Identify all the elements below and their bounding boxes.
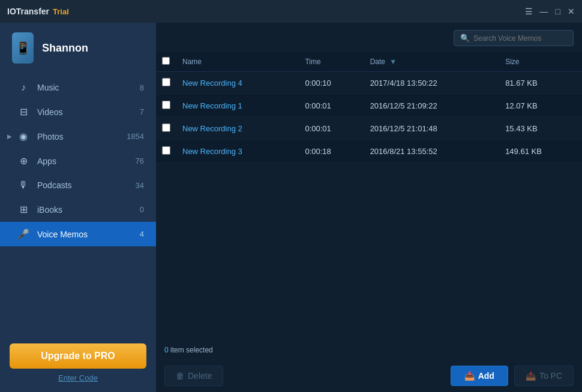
- enter-code-link[interactable]: Enter Code: [10, 373, 146, 382]
- sidebar-item-music[interactable]: ♪ Music 8: [0, 76, 156, 99]
- apps-icon: ⊕: [17, 155, 30, 167]
- podcasts-count: 34: [136, 181, 144, 190]
- row-checkbox[interactable]: [162, 101, 170, 109]
- search-box[interactable]: 🔍: [454, 30, 574, 46]
- row-size: 81.67 KB: [499, 72, 582, 95]
- minimize-button[interactable]: —: [540, 7, 548, 16]
- device-name: Shannon: [42, 42, 88, 55]
- to-pc-icon: 📤: [526, 371, 536, 381]
- videos-count: 7: [140, 107, 144, 116]
- trial-badge: Trial: [53, 7, 69, 16]
- select-all-header: [156, 52, 176, 72]
- row-name: New Recording 3: [176, 140, 299, 163]
- col-time: Time: [299, 52, 364, 72]
- title-bar: IOTransfer Trial ☰ — □ ✕: [0, 0, 582, 23]
- row-checkbox[interactable]: [162, 123, 170, 132]
- row-name: New Recording 1: [176, 95, 299, 117]
- search-input[interactable]: [473, 34, 567, 43]
- window-controls: ☰ — □ ✕: [525, 7, 575, 16]
- voice-memos-table-container[interactable]: Name Time Date ▼ Size New Recording 4 0:…: [156, 52, 582, 341]
- apps-count: 76: [136, 156, 144, 165]
- to-pc-button[interactable]: 📤 To PC: [514, 366, 574, 386]
- ibooks-count: 0: [140, 205, 144, 214]
- add-button[interactable]: 📥 Add: [451, 366, 508, 386]
- col-size: Size: [499, 52, 582, 72]
- row-checkbox-cell: [156, 140, 176, 163]
- footer-right: 📥 Add 📤 To PC: [451, 366, 574, 386]
- sidebar-item-label: Voice Memos: [37, 230, 140, 239]
- sidebar-bottom: Upgrade to PRO Enter Code: [0, 331, 156, 392]
- row-checkbox-cell: [156, 95, 176, 117]
- to-pc-label: To PC: [539, 371, 562, 381]
- row-time: 0:00:10: [299, 72, 364, 95]
- ibooks-icon: ⊞: [17, 204, 30, 215]
- voicememos-icon: 🎤: [17, 228, 30, 240]
- row-checkbox[interactable]: [162, 78, 170, 86]
- sidebar: 📱 Shannon ♪ Music 8 ⊟ Videos 7 ◉ Photos …: [0, 23, 156, 392]
- sidebar-item-videos[interactable]: ⊟ Videos 7: [0, 99, 156, 124]
- voice-memos-table: Name Time Date ▼ Size New Recording 4 0:…: [156, 52, 582, 163]
- podcasts-icon: 🎙: [17, 180, 30, 191]
- sidebar-item-label: Videos: [37, 107, 140, 117]
- status-bar: 0 item selected: [156, 341, 582, 359]
- sidebar-item-label: Apps: [37, 156, 136, 166]
- device-icon: 📱: [12, 32, 34, 64]
- table-row[interactable]: New Recording 2 0:00:01 2016/12/5 21:01:…: [156, 117, 582, 140]
- sidebar-item-apps[interactable]: ⊕ Apps 76: [0, 149, 156, 173]
- row-size: 149.61 KB: [499, 140, 582, 163]
- footer-left: 🗑 Delete: [164, 366, 223, 386]
- row-name: New Recording 2: [176, 117, 299, 140]
- sidebar-item-label: Podcasts: [37, 180, 136, 190]
- table-row[interactable]: New Recording 3 0:00:18 2016/8/21 13:55:…: [156, 140, 582, 163]
- row-checkbox-cell: [156, 72, 176, 95]
- maximize-button[interactable]: □: [556, 7, 560, 16]
- content-header: 🔍: [156, 23, 582, 52]
- selected-text: item selected: [170, 346, 213, 354]
- add-icon: 📥: [464, 371, 475, 381]
- upgrade-button[interactable]: Upgrade to PRO: [10, 343, 146, 369]
- row-time: 0:00:18: [299, 140, 364, 163]
- row-checkbox[interactable]: [162, 146, 170, 155]
- table-row[interactable]: New Recording 4 0:00:10 2017/4/18 13:50:…: [156, 72, 582, 95]
- row-size: 15.43 KB: [499, 117, 582, 140]
- music-count: 8: [140, 83, 144, 92]
- sidebar-item-ibooks[interactable]: ⊞ iBooks 0: [0, 197, 156, 222]
- photos-icon: ◉: [17, 131, 30, 142]
- row-date: 2016/8/21 13:55:52: [364, 140, 500, 163]
- row-date: 2016/12/5 21:01:48: [364, 117, 500, 140]
- voicememos-count: 4: [140, 230, 144, 239]
- row-size: 12.07 KB: [499, 95, 582, 117]
- sidebar-item-label: Photos: [37, 132, 127, 141]
- nav-list: ♪ Music 8 ⊟ Videos 7 ◉ Photos 1854 ⊕ App…: [0, 76, 156, 331]
- sidebar-item-voicememos[interactable]: 🎤 Voice Memos 4: [0, 222, 156, 246]
- search-icon: 🔍: [460, 34, 470, 43]
- close-button[interactable]: ✕: [568, 7, 575, 16]
- row-date: 2017/4/18 13:50:22: [364, 72, 500, 95]
- delete-icon: 🗑: [176, 371, 184, 381]
- videos-icon: ⊟: [17, 106, 30, 117]
- sidebar-item-label: Music: [37, 83, 140, 92]
- sidebar-item-photos[interactable]: ◉ Photos 1854: [0, 124, 156, 149]
- device-header: 📱 Shannon: [0, 23, 156, 76]
- row-checkbox-cell: [156, 117, 176, 140]
- row-name: New Recording 4: [176, 72, 299, 95]
- sidebar-item-podcasts[interactable]: 🎙 Podcasts 34: [0, 173, 156, 197]
- table-row[interactable]: New Recording 1 0:00:01 2016/12/5 21:09:…: [156, 95, 582, 117]
- delete-button[interactable]: 🗑 Delete: [164, 366, 223, 386]
- sidebar-item-label: iBooks: [37, 205, 140, 215]
- music-icon: ♪: [17, 82, 30, 93]
- app-name: IOTransfer: [7, 7, 49, 16]
- delete-label: Delete: [188, 371, 212, 381]
- select-all-checkbox[interactable]: [162, 57, 170, 65]
- add-label: Add: [478, 371, 494, 381]
- row-time: 0:00:01: [299, 95, 364, 117]
- col-date[interactable]: Date ▼: [364, 52, 500, 72]
- row-date: 2016/12/5 21:09:22: [364, 95, 500, 117]
- sort-icon: ▼: [389, 58, 397, 66]
- menu-button[interactable]: ☰: [525, 7, 533, 16]
- col-name: Name: [176, 52, 299, 72]
- row-time: 0:00:01: [299, 117, 364, 140]
- content-area: 🔍 Name Time Date ▼ Size: [156, 23, 582, 392]
- photos-count: 1854: [127, 132, 144, 141]
- selected-count: 0: [164, 346, 169, 354]
